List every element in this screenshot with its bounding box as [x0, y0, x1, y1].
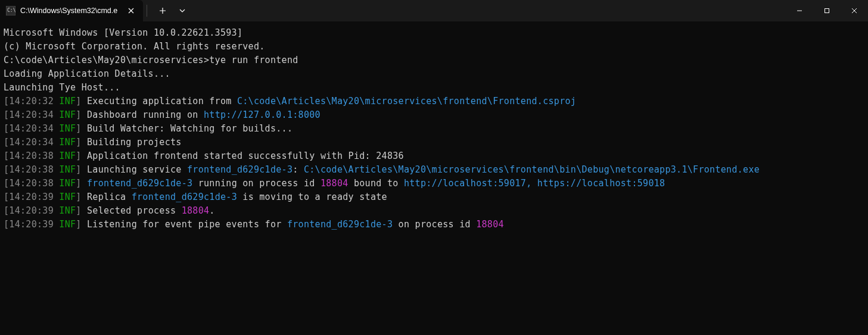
- log-line: [14:20:34 INF] Build Watcher: Watching f…: [4, 122, 864, 136]
- tab-dropdown-button[interactable]: [173, 0, 191, 21]
- tab-close-button[interactable]: [125, 5, 137, 17]
- window-controls: [786, 0, 868, 21]
- new-tab-button[interactable]: [152, 0, 173, 21]
- log-line: [14:20:32 INF] Executing application fro…: [4, 95, 864, 108]
- terminal-output[interactable]: Microsoft Windows [Version 10.0.22621.35…: [0, 21, 868, 236]
- log-line: [14:20:34 INF] Building projects: [4, 136, 864, 149]
- tab-active[interactable]: C:\ C:\Windows\System32\cmd.e: [0, 0, 143, 21]
- titlebar: C:\ C:\Windows\System32\cmd.e: [0, 0, 868, 21]
- log-line: [14:20:38 INF] Application frontend star…: [4, 149, 864, 163]
- log-line: [14:20:38 INF] Launching service fronten…: [4, 163, 864, 177]
- minimize-button[interactable]: [786, 0, 813, 21]
- tab-divider: [147, 5, 147, 17]
- log-line: [14:20:39 INF] Selected process 18804.: [4, 204, 864, 218]
- log-line: [14:20:39 INF] Replica frontend_d629c1de…: [4, 190, 864, 204]
- cmd-icon: C:\: [6, 6, 15, 15]
- log-line: [14:20:39 INF] Listening for event pipe …: [4, 218, 864, 231]
- maximize-button[interactable]: [813, 0, 841, 21]
- log-line: [14:20:38 INF] frontend_d629c1de-3 runni…: [4, 177, 864, 190]
- log-line: [14:20:34 INF] Dashboard running on http…: [4, 108, 864, 122]
- svg-text:C:\: C:\: [7, 8, 15, 13]
- tab-title: C:\Windows\System32\cmd.e: [20, 7, 120, 15]
- close-window-button[interactable]: [841, 0, 868, 21]
- svg-rect-2: [825, 9, 829, 13]
